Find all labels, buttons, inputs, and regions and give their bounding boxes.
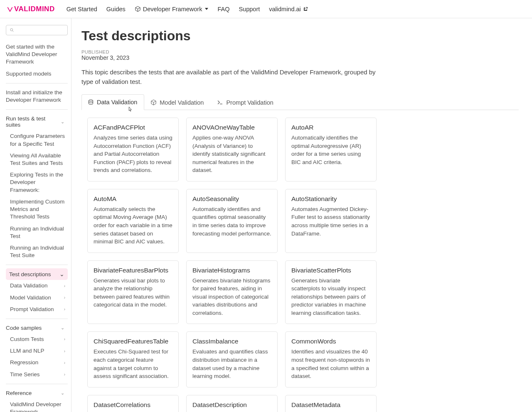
test-card[interactable]: AutoMAAutomatically selects the optimal … — [87, 189, 179, 253]
search-icon — [10, 27, 14, 33]
sidebar-item-install[interactable]: Install and initialize the Developer Fra… — [6, 87, 68, 106]
nav-site[interactable]: validmind.ai — [269, 6, 308, 12]
sidebar-item-exploring-tests[interactable]: Exploring Tests in the Developer Framewo… — [9, 169, 68, 196]
sidebar-item-label: Implementing Custom Metrics and Threshol… — [10, 198, 65, 221]
test-card[interactable]: BivariateFeaturesBarPlotsGenerates visua… — [87, 260, 179, 324]
test-card-title: CommonWords — [291, 338, 370, 345]
chevron-right-icon: › — [64, 283, 65, 289]
chevron-down-icon — [205, 8, 208, 10]
test-card[interactable]: DatasetDescriptionProvides comprehensive… — [186, 395, 278, 412]
nav-guides[interactable]: Guides — [106, 6, 126, 12]
sidebar-section-test-descriptions[interactable]: Test descriptions ⌄ — [6, 268, 68, 280]
nav-support[interactable]: Support — [239, 6, 260, 12]
test-card[interactable]: CommonWordsIdentifies and visualizes the… — [285, 331, 377, 387]
chevron-down-icon: ⌄ — [59, 271, 64, 277]
logo-text: VALIDMIND — [14, 5, 55, 13]
test-card[interactable]: ClassImbalanceEvaluates and quantifies c… — [186, 331, 278, 387]
test-card[interactable]: AutoStationarityAutomates Augmented Dick… — [285, 189, 377, 253]
test-card-title: ACFandPACFPlot — [94, 124, 172, 131]
chevron-right-icon: › — [64, 336, 65, 342]
page-intro: This topic describes the tests that are … — [81, 68, 381, 86]
chevron-down-icon: ⌄ — [61, 119, 64, 125]
sidebar-item-time-series[interactable]: Time Series› — [9, 369, 68, 380]
sidebar-item-configure-params[interactable]: Configure Parameters for a Specific Test — [9, 130, 68, 150]
sidebar-item-label: Data Validation — [10, 282, 48, 289]
logo-icon — [7, 6, 13, 12]
nav-faq[interactable]: FAQ — [217, 6, 229, 12]
test-card[interactable]: DatasetMetadataCollects and logs essenti… — [285, 395, 377, 412]
test-card-title: BivariateHistograms — [192, 267, 271, 274]
search-input[interactable] — [16, 27, 64, 33]
nav-developer-framework[interactable]: Developer Framework — [135, 6, 209, 12]
sidebar-section-run-tests[interactable]: Run tests & test suites ⌄ — [6, 113, 68, 130]
sidebar-section-reference[interactable]: Reference ⌄ — [6, 387, 68, 399]
test-card[interactable]: AutoSeasonalityAutomatically identifies … — [186, 189, 278, 253]
sidebar-separator — [6, 384, 68, 384]
sidebar-section-code-samples[interactable]: Code samples ⌄ — [6, 322, 68, 334]
sidebar-item-label: Prompt Validation — [10, 306, 54, 313]
sidebar-item-supported-models[interactable]: Supported models — [6, 68, 68, 80]
tab-data-validation[interactable]: Data Validation — [81, 94, 144, 110]
chevron-right-icon: › — [64, 360, 65, 366]
search-input-wrap[interactable] — [6, 25, 68, 35]
sidebar-item-label: Running an Individual Test Suite — [10, 244, 65, 259]
tab-label: Prompt Validation — [226, 99, 273, 106]
test-card-title: ChiSquaredFeaturesTable — [94, 338, 172, 345]
sidebar-item-custom-tests[interactable]: Custom Tests› — [9, 334, 68, 345]
top-nav: VALIDMIND Get Started Guides Developer F… — [0, 0, 532, 18]
svg-line-1 — [12, 31, 14, 32]
chevron-down-icon: ⌄ — [61, 390, 64, 396]
test-card-desc: Automatically identifies and quantifies … — [192, 205, 271, 238]
main-content: Test descriptions PUBLISHED November 3, … — [71, 18, 532, 412]
test-card-title: BivariateScatterPlots — [291, 267, 370, 274]
nav-get-started[interactable]: Get Started — [66, 6, 97, 12]
test-card-title: DatasetDescription — [192, 401, 271, 409]
test-card[interactable]: AutoARAutomatically identifies the optim… — [285, 118, 377, 181]
sidebar-item-prompt-validation[interactable]: Prompt Validation› — [9, 304, 68, 315]
cube-icon — [135, 6, 141, 12]
sidebar-separator — [6, 265, 68, 265]
cube-icon — [150, 99, 157, 105]
sidebar-section-label: Reference — [6, 390, 32, 396]
tab-label: Model Validation — [160, 99, 204, 106]
test-card[interactable]: BivariateHistogramsGenerates bivariate h… — [186, 260, 278, 324]
sidebar-item-regression[interactable]: Regression› — [9, 357, 68, 368]
test-card-title: DatasetMetadata — [291, 401, 370, 409]
nav-dev-framework-label: Developer Framework — [143, 6, 202, 12]
test-card-desc: Executes Chi-Squared test for each categ… — [94, 348, 172, 380]
database-icon — [88, 99, 94, 105]
test-card[interactable]: ChiSquaredFeaturesTableExecutes Chi-Squa… — [87, 331, 179, 387]
test-card[interactable]: ANOVAOneWayTableApplies one-way ANOVA (A… — [186, 118, 278, 181]
sidebar: Get started with the ValidMind Developer… — [0, 18, 71, 412]
published-label: PUBLISHED — [81, 49, 519, 54]
test-card-desc: Identifies and visualizes the 40 most fr… — [291, 348, 370, 380]
sidebar-item-framework-reference[interactable]: ValidMind Developer Framework Reference — [9, 399, 68, 412]
tab-prompt-validation[interactable]: Prompt Validation — [211, 94, 280, 110]
test-card[interactable]: ACFandPACFPlotAnalyzes time series data … — [87, 118, 179, 181]
test-card-title: AutoMA — [94, 195, 172, 203]
sidebar-item-data-validation[interactable]: Data Validation› — [9, 280, 68, 292]
sidebar-item-label: Running an Individual Test — [10, 225, 65, 240]
sidebar-item-run-individual-suite[interactable]: Running an Individual Test Suite — [9, 242, 68, 261]
sidebar-item-llm-nlp[interactable]: LLM and NLP› — [9, 345, 68, 357]
sidebar-item-run-individual-test[interactable]: Running an Individual Test — [9, 223, 68, 242]
test-card-title: AutoAR — [291, 124, 370, 131]
test-card-desc: Applies one-way ANOVA (Analysis of Varia… — [192, 134, 271, 174]
logo[interactable]: VALIDMIND — [7, 5, 55, 13]
test-card-desc: Evaluates and quantifies class distribut… — [192, 348, 271, 380]
tab-model-validation[interactable]: Model Validation — [144, 94, 211, 110]
sidebar-separator — [6, 83, 68, 83]
sidebar-item-get-started[interactable]: Get started with the ValidMind Developer… — [6, 41, 68, 68]
nav-site-label: validmind.ai — [269, 6, 301, 12]
sidebar-item-model-validation[interactable]: Model Validation› — [9, 292, 68, 304]
test-card-desc: Automates Augmented Dickey-Fuller test t… — [291, 205, 370, 238]
sidebar-item-view-suites[interactable]: Viewing All Available Test Suites and Te… — [9, 150, 68, 169]
chevron-down-icon: ⌄ — [61, 325, 64, 331]
sidebar-item-label: Viewing All Available Test Suites and Te… — [10, 152, 65, 167]
test-card[interactable]: DatasetCorrelationsAssesses correlation … — [87, 395, 179, 412]
test-card[interactable]: BivariateScatterPlotsGenerates bivariate… — [285, 260, 377, 324]
sidebar-item-custom-metrics[interactable]: Implementing Custom Metrics and Threshol… — [9, 196, 68, 223]
tabs: Data Validation Model Validation Prompt … — [81, 94, 519, 110]
published-date: November 3, 2023 — [81, 54, 519, 61]
cards-grid: ACFandPACFPlotAnalyzes time series data … — [81, 110, 519, 412]
